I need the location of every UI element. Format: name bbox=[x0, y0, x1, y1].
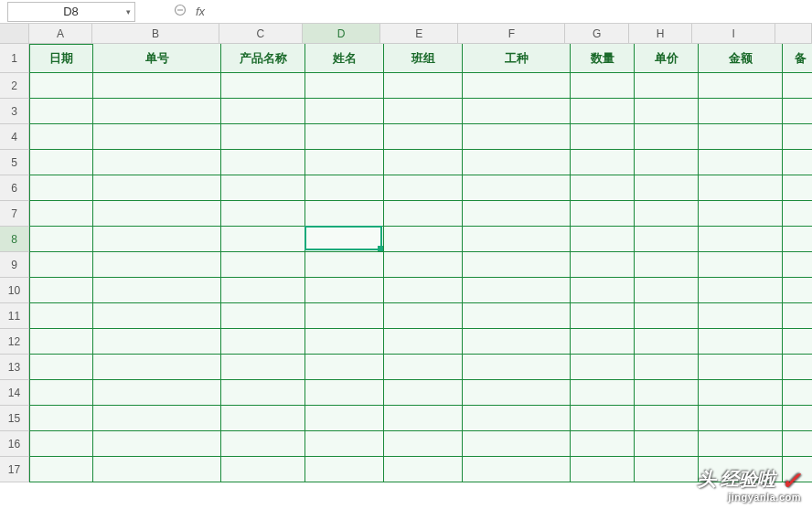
cell-H15[interactable] bbox=[635, 406, 699, 431]
cell-F7[interactable] bbox=[463, 201, 571, 227]
cell-E11[interactable] bbox=[384, 303, 463, 329]
cell-D2[interactable] bbox=[305, 73, 384, 99]
cell-A13[interactable] bbox=[29, 355, 93, 380]
cell-B10[interactable] bbox=[93, 278, 221, 303]
cell-G5[interactable] bbox=[571, 150, 635, 175]
cell-H4[interactable] bbox=[635, 124, 699, 150]
cell-J5[interactable] bbox=[783, 150, 812, 175]
cell-E8[interactable] bbox=[384, 227, 463, 252]
row-header-6[interactable]: 6 bbox=[0, 175, 29, 201]
chevron-down-icon[interactable]: ▾ bbox=[126, 7, 131, 16]
row-header-9[interactable]: 9 bbox=[0, 252, 29, 278]
row-header-13[interactable]: 13 bbox=[0, 355, 29, 380]
cell-G15[interactable] bbox=[571, 406, 635, 431]
cell-C6[interactable] bbox=[221, 175, 305, 201]
cell-H14[interactable] bbox=[635, 380, 699, 406]
cell-D1[interactable]: 姓名 bbox=[305, 44, 384, 73]
cell-E12[interactable] bbox=[384, 329, 463, 355]
cell-H17[interactable] bbox=[635, 457, 699, 482]
cell-B12[interactable] bbox=[93, 329, 221, 355]
cell-E10[interactable] bbox=[384, 278, 463, 303]
cell-A1[interactable]: 日期 bbox=[29, 44, 93, 73]
cell-A3[interactable] bbox=[29, 99, 93, 124]
column-header-B[interactable]: B bbox=[92, 24, 219, 44]
cell-H11[interactable] bbox=[635, 303, 699, 329]
cell-B13[interactable] bbox=[93, 355, 221, 380]
cancel-icon[interactable] bbox=[172, 4, 188, 19]
cell-F6[interactable] bbox=[463, 175, 571, 201]
cell-C4[interactable] bbox=[221, 124, 305, 150]
cell-B11[interactable] bbox=[93, 303, 221, 329]
row-header-3[interactable]: 3 bbox=[0, 99, 29, 124]
cell-I3[interactable] bbox=[699, 99, 783, 124]
cell-G16[interactable] bbox=[571, 431, 635, 457]
cell-F17[interactable] bbox=[463, 457, 571, 482]
cell-C7[interactable] bbox=[221, 201, 305, 227]
cell-J10[interactable] bbox=[783, 278, 812, 303]
column-header-H[interactable]: H bbox=[629, 24, 692, 44]
cell-I15[interactable] bbox=[699, 406, 783, 431]
cell-B3[interactable] bbox=[93, 99, 221, 124]
cell-D17[interactable] bbox=[305, 457, 384, 482]
cell-I6[interactable] bbox=[699, 175, 783, 201]
cell-I5[interactable] bbox=[699, 150, 783, 175]
row-header-7[interactable]: 7 bbox=[0, 201, 29, 227]
cell-A10[interactable] bbox=[29, 278, 93, 303]
cell-B6[interactable] bbox=[93, 175, 221, 201]
row-header-1[interactable]: 1 bbox=[0, 44, 29, 73]
cell-J17[interactable] bbox=[783, 457, 812, 482]
cell-I13[interactable] bbox=[699, 355, 783, 380]
cell-J1[interactable]: 备 bbox=[783, 44, 812, 73]
column-header-C[interactable]: C bbox=[219, 24, 303, 44]
cell-G12[interactable] bbox=[571, 329, 635, 355]
cell-G4[interactable] bbox=[571, 124, 635, 150]
cell-F10[interactable] bbox=[463, 278, 571, 303]
cell-E16[interactable] bbox=[384, 431, 463, 457]
cell-G9[interactable] bbox=[571, 252, 635, 278]
cell-H9[interactable] bbox=[635, 252, 699, 278]
cell-E5[interactable] bbox=[384, 150, 463, 175]
cell-D11[interactable] bbox=[305, 303, 384, 329]
cell-J8[interactable] bbox=[783, 227, 812, 252]
cell-E6[interactable] bbox=[384, 175, 463, 201]
cell-B14[interactable] bbox=[93, 380, 221, 406]
cell-B15[interactable] bbox=[93, 406, 221, 431]
cell-C17[interactable] bbox=[221, 457, 305, 482]
cell-D3[interactable] bbox=[305, 99, 384, 124]
cell-H8[interactable] bbox=[635, 227, 699, 252]
cell-B17[interactable] bbox=[93, 457, 221, 482]
cell-A16[interactable] bbox=[29, 431, 93, 457]
cell-F16[interactable] bbox=[463, 431, 571, 457]
cell-A4[interactable] bbox=[29, 124, 93, 150]
column-header-G[interactable]: G bbox=[565, 24, 628, 44]
cell-D4[interactable] bbox=[305, 124, 384, 150]
row-header-4[interactable]: 4 bbox=[0, 124, 29, 150]
column-header-I[interactable]: I bbox=[692, 24, 775, 44]
cell-J16[interactable] bbox=[783, 431, 812, 457]
cell-J3[interactable] bbox=[783, 99, 812, 124]
cell-E1[interactable]: 班组 bbox=[384, 44, 463, 73]
cell-F13[interactable] bbox=[463, 355, 571, 380]
cell-E2[interactable] bbox=[384, 73, 463, 99]
cell-I12[interactable] bbox=[699, 329, 783, 355]
cell-F8[interactable] bbox=[463, 227, 571, 252]
cell-J14[interactable] bbox=[783, 380, 812, 406]
cell-J12[interactable] bbox=[783, 329, 812, 355]
cell-C10[interactable] bbox=[221, 278, 305, 303]
cell-I2[interactable] bbox=[699, 73, 783, 99]
cell-C15[interactable] bbox=[221, 406, 305, 431]
cell-C11[interactable] bbox=[221, 303, 305, 329]
cell-H16[interactable] bbox=[635, 431, 699, 457]
cell-B4[interactable] bbox=[93, 124, 221, 150]
cell-D6[interactable] bbox=[305, 175, 384, 201]
row-header-8[interactable]: 8 bbox=[0, 227, 29, 252]
cell-F2[interactable] bbox=[463, 73, 571, 99]
cell-G7[interactable] bbox=[571, 201, 635, 227]
cell-G3[interactable] bbox=[571, 99, 635, 124]
cell-D15[interactable] bbox=[305, 406, 384, 431]
row-header-10[interactable]: 10 bbox=[0, 278, 29, 303]
cell-I14[interactable] bbox=[699, 380, 783, 406]
cell-A14[interactable] bbox=[29, 380, 93, 406]
cell-A15[interactable] bbox=[29, 406, 93, 431]
cell-J7[interactable] bbox=[783, 201, 812, 227]
